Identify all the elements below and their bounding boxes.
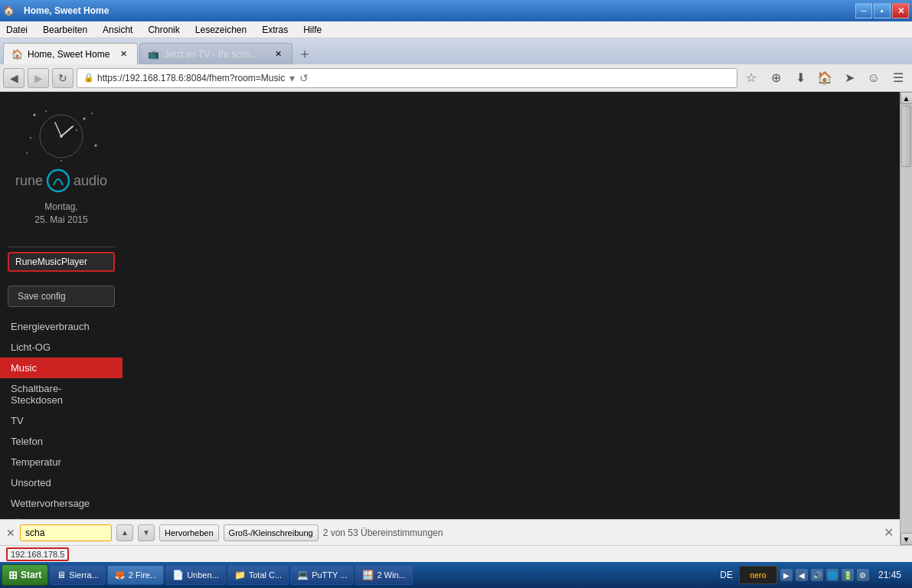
- tray-icon-6[interactable]: ⚙: [857, 569, 869, 581]
- tray-icon-3[interactable]: 🔊: [811, 569, 823, 581]
- scroll-down-button[interactable]: ▼: [901, 533, 913, 545]
- menu-icon[interactable]: ☰: [887, 68, 909, 88]
- taskbar-win-label: 2 Win...: [377, 570, 405, 580]
- forward-button[interactable]: ▶: [28, 68, 49, 88]
- nav-tv[interactable]: TV: [0, 410, 123, 431]
- emoji-icon[interactable]: ☺: [863, 68, 884, 88]
- taskbar-sierra[interactable]: 🖥 Sierra...: [50, 565, 106, 585]
- rune-text: rune: [15, 173, 43, 189]
- find-prev-button[interactable]: ▲: [116, 524, 133, 541]
- find-bar: ✕ ▲ ▼ Hervorheben Groß-/Kleinschreibung …: [0, 519, 900, 545]
- nav-section-1: Energieverbrauch Licht-OG Music Schaltba…: [0, 313, 123, 537]
- tab-favicon-0: 🏠: [11, 49, 23, 60]
- tray-icon-1[interactable]: ▶: [780, 569, 793, 581]
- url-dropdown-icon[interactable]: ▾: [289, 72, 295, 84]
- tab-label-1: Jetzt im TV - Ihr schnelles TV-...: [164, 49, 264, 60]
- find-case-button[interactable]: Groß-/Kleinschreibung: [224, 524, 319, 541]
- tray-icon-4[interactable]: 🌐: [826, 569, 838, 581]
- save-config-button[interactable]: Save config: [8, 286, 115, 307]
- start-label: Start: [21, 570, 41, 580]
- svg-point-1: [45, 110, 47, 112]
- date-line2: 25. Mai 2015: [34, 214, 87, 227]
- menu-datei[interactable]: Datei: [3, 23, 31, 37]
- main-content: [123, 92, 900, 545]
- home-icon[interactable]: 🏠: [814, 68, 835, 88]
- tab-close-0[interactable]: ✕: [117, 48, 129, 60]
- svg-point-3: [91, 113, 93, 114]
- find-next-button[interactable]: ▼: [138, 524, 155, 541]
- maximize-button[interactable]: ▪: [874, 3, 891, 18]
- scrollbar-thumb[interactable]: [901, 106, 911, 167]
- close-button[interactable]: ✕: [892, 3, 909, 18]
- nav-music[interactable]: Music: [0, 358, 123, 378]
- share-icon[interactable]: ➤: [838, 68, 860, 88]
- start-button[interactable]: ⊞ Start: [2, 564, 48, 586]
- svg-line-12: [55, 122, 61, 136]
- svg-point-13: [47, 170, 69, 191]
- taskbar-totalc[interactable]: 📁 Total C...: [227, 565, 289, 585]
- download-page-icon[interactable]: ⊕: [765, 68, 786, 88]
- nav-energieverbrauch[interactable]: Energieverbrauch: [0, 316, 123, 337]
- download-icon[interactable]: ⬇: [789, 68, 811, 88]
- taskbar-putty[interactable]: 💻 PuTTY ...: [290, 565, 354, 585]
- logo-area: rune audio Montag, 25. Mai 2015: [0, 92, 123, 247]
- svg-point-5: [30, 137, 31, 139]
- tray-icon-2[interactable]: ◀: [796, 569, 808, 581]
- find-close-x[interactable]: ✕: [884, 525, 894, 540]
- minimize-button[interactable]: ─: [855, 3, 872, 18]
- taskbar-firefox[interactable]: 🦊 2 Fire...: [107, 565, 164, 585]
- date-display: Montag, 25. Mai 2015: [34, 201, 87, 227]
- device-input[interactable]: [8, 252, 115, 272]
- tab-0[interactable]: 🏠 Home, Sweet Home ✕: [3, 43, 138, 64]
- address-bar: ◀ ▶ ↻ 🔒 https://192.168.178.6:8084/fhem?…: [0, 64, 912, 92]
- nav-telefon[interactable]: Telefon: [0, 431, 123, 452]
- tab-close-1[interactable]: ✕: [272, 48, 284, 60]
- tab-favicon-1: 📺: [148, 49, 159, 60]
- refresh-button[interactable]: ↻: [52, 68, 74, 88]
- menu-chronik[interactable]: Chronik: [145, 23, 182, 37]
- find-close-button[interactable]: ✕: [6, 527, 15, 539]
- taskbar-putty-icon: 💻: [297, 570, 309, 580]
- taskbar-firefox-label: 2 Fire...: [129, 570, 157, 580]
- tray-icon-5[interactable]: 🔋: [842, 569, 854, 581]
- scrollbar-track[interactable]: [901, 104, 912, 533]
- nero-logo: nero: [739, 566, 777, 584]
- tab-1[interactable]: 📺 Jetzt im TV - Ihr schnelles TV-... ✕: [139, 43, 293, 64]
- taskbar-right: DE nero ▶ ◀ 🔊 🌐 🔋 ⚙ 21:45: [717, 566, 910, 584]
- menu-extras[interactable]: Extras: [259, 23, 291, 37]
- menu-ansicht[interactable]: Ansicht: [100, 23, 136, 37]
- menu-lesezeichen[interactable]: Lesezeichen: [192, 23, 250, 37]
- svg-point-2: [83, 118, 86, 120]
- nav-schaltbare-steckdosen[interactable]: Schaltbare-Steckdosen: [0, 378, 123, 410]
- nav-unsorted[interactable]: Unsorted: [0, 472, 123, 493]
- bookmark-icon[interactable]: ☆: [740, 68, 762, 88]
- taskbar-unben-icon: 📄: [172, 570, 184, 580]
- audio-text: audio: [74, 173, 107, 189]
- url-bar[interactable]: 🔒 https://192.168.178.6:8084/fhem?room=M…: [77, 68, 737, 88]
- svg-point-8: [60, 160, 62, 162]
- taskbar-unben[interactable]: 📄 Unben...: [165, 565, 226, 585]
- new-tab-button[interactable]: ＋: [294, 43, 315, 64]
- menu-bearbeiten[interactable]: Bearbeiten: [40, 23, 90, 37]
- scrollbar[interactable]: ▲ ▼: [900, 92, 912, 545]
- menu-bar: Datei Bearbeiten Ansicht Chronik Lesezei…: [0, 21, 912, 38]
- nav-licht-og[interactable]: Licht-OG: [0, 337, 123, 358]
- taskbar-win[interactable]: 🪟 2 Win...: [355, 565, 412, 585]
- url-reload-icon[interactable]: ↺: [299, 72, 309, 84]
- back-button[interactable]: ◀: [3, 68, 25, 88]
- scroll-up-button[interactable]: ▲: [901, 92, 913, 104]
- svg-line-11: [61, 126, 73, 136]
- find-input[interactable]: [20, 524, 112, 541]
- status-bar: 192.168.178.5: [0, 545, 912, 562]
- taskbar: ⊞ Start 🖥 Sierra... 🦊 2 Fire... 📄 Unben.…: [0, 562, 912, 588]
- rune-audio-logo: rune audio: [15, 168, 107, 193]
- taskbar-sierra-label: Sierra...: [69, 570, 99, 580]
- date-line1: Montag,: [34, 201, 87, 214]
- taskbar-totalc-label: Total C...: [249, 570, 282, 580]
- svg-point-4: [76, 129, 77, 131]
- menu-hilfe[interactable]: Hilfe: [300, 23, 325, 37]
- nav-wettervorhersage[interactable]: Wettervorhersage: [0, 493, 123, 514]
- tab-bar: 🏠 Home, Sweet Home ✕ 📺 Jetzt im TV - Ihr…: [0, 38, 912, 64]
- nav-temperatur[interactable]: Temperatur: [0, 452, 123, 472]
- find-hervorheben-button[interactable]: Hervorheben: [159, 524, 219, 541]
